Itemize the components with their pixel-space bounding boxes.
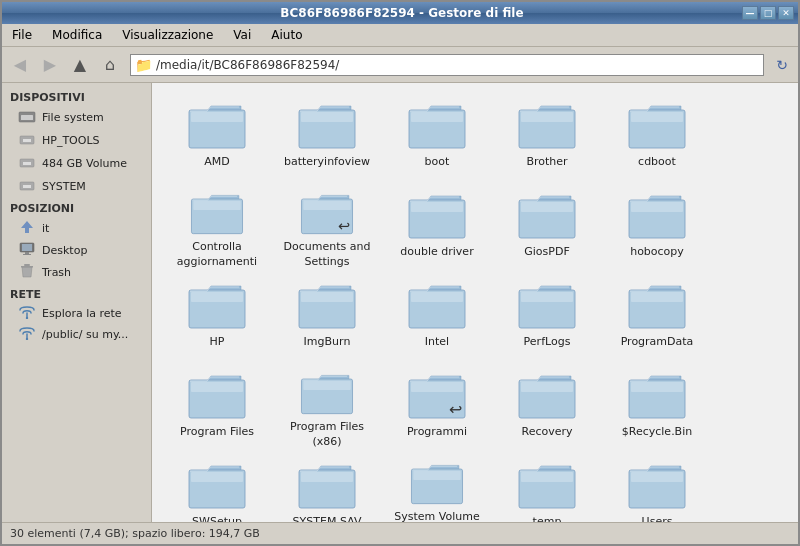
- svg-rect-29: [303, 201, 350, 210]
- file-item[interactable]: SWSetup: [162, 453, 272, 522]
- system-label: SYSTEM: [42, 180, 86, 193]
- menubar-item-modifica[interactable]: Modifica: [46, 26, 108, 44]
- file-item[interactable]: double driver: [382, 183, 492, 273]
- menubar-item-aiuto[interactable]: Aiuto: [265, 26, 308, 44]
- file-item[interactable]: ↩Programmi: [382, 363, 492, 453]
- file-item[interactable]: Brother: [492, 93, 602, 183]
- up-button[interactable]: ▲: [66, 51, 94, 79]
- hptools-label: HP_TOOLS: [42, 134, 100, 147]
- file-label: double driver: [400, 245, 473, 259]
- menubar-item-vai[interactable]: Vai: [227, 26, 257, 44]
- maximize-button[interactable]: □: [760, 6, 776, 20]
- file-item[interactable]: PerfLogs: [492, 273, 602, 363]
- back-button[interactable]: ◀: [6, 51, 34, 79]
- sidebar-item-volume[interactable]: 484 GB Volume: [2, 152, 151, 175]
- svg-rect-38: [191, 292, 243, 302]
- file-item[interactable]: Controlla aggiornamenti: [162, 183, 272, 273]
- forward-button[interactable]: ▶: [36, 51, 64, 79]
- file-label: Program Files (x86): [277, 420, 377, 449]
- devices-section-title: DISPOSITIVI: [2, 87, 151, 106]
- file-item[interactable]: $Recycle.Bin: [602, 363, 712, 453]
- file-label: System Volume Information: [387, 510, 487, 522]
- file-label: Documents and Settings: [277, 240, 377, 269]
- svg-text:↩: ↩: [449, 400, 462, 419]
- sidebar-item-filesystem[interactable]: File system: [2, 106, 151, 129]
- svg-rect-13: [21, 266, 33, 268]
- sidebar-item-network[interactable]: Esplora la rete: [2, 303, 151, 324]
- file-item[interactable]: ↩Documents and Settings: [272, 183, 382, 273]
- folder-icon: [185, 279, 249, 331]
- window-title: BC86F86986F82594 - Gestore di file: [62, 6, 742, 20]
- folder-icon: [515, 459, 579, 511]
- trash-icon: [18, 263, 36, 282]
- file-item[interactable]: boot: [382, 93, 492, 183]
- svg-rect-5: [23, 162, 31, 165]
- svg-text:↩: ↩: [338, 217, 350, 234]
- sidebar-item-hptools[interactable]: HP_TOOLS: [2, 129, 151, 152]
- file-label: hobocopy: [630, 245, 684, 259]
- sidebar-item-it[interactable]: it: [2, 217, 151, 240]
- filesystem-label: File system: [42, 111, 104, 124]
- main-content: DISPOSITIVI File system HP_TOOLS 484 GB …: [2, 83, 798, 522]
- svg-rect-17: [191, 112, 243, 122]
- folder-icon: [515, 279, 579, 331]
- menubar-item-file[interactable]: File: [6, 26, 38, 44]
- svg-rect-23: [521, 112, 573, 122]
- svg-rect-9: [22, 244, 32, 251]
- svg-rect-7: [23, 185, 31, 188]
- svg-rect-63: [413, 471, 460, 480]
- file-grid: AMDbatteryinfoviewbootBrothercdbootContr…: [152, 83, 798, 522]
- minimize-button[interactable]: —: [742, 6, 758, 20]
- file-item[interactable]: Intel: [382, 273, 492, 363]
- menubar-item-visualizzazione[interactable]: Visualizzazione: [116, 26, 219, 44]
- folder-icon: [625, 189, 689, 241]
- file-label: SYSTEM.SAV: [293, 515, 362, 522]
- file-item[interactable]: AMD: [162, 93, 272, 183]
- file-item[interactable]: GiosPDF: [492, 183, 602, 273]
- file-label: Controlla aggiornamenti: [167, 240, 267, 269]
- file-item[interactable]: ImgBurn: [272, 273, 382, 363]
- svg-rect-36: [631, 202, 683, 212]
- file-label: AMD: [204, 155, 230, 169]
- file-item[interactable]: System Volume Information: [382, 453, 492, 522]
- it-icon: [18, 219, 36, 238]
- home-button[interactable]: ⌂: [96, 51, 124, 79]
- file-item[interactable]: temp: [492, 453, 602, 522]
- svg-rect-65: [521, 472, 573, 482]
- svg-rect-10: [25, 252, 29, 254]
- file-item[interactable]: cdboot: [602, 93, 712, 183]
- folder-icon: [185, 189, 249, 236]
- file-label: $Recycle.Bin: [622, 425, 692, 439]
- file-label: HP: [210, 335, 225, 349]
- close-button[interactable]: ✕: [778, 6, 794, 20]
- file-label: batteryinfoview: [284, 155, 370, 169]
- sidebar-item-public[interactable]: /public/ su my...: [2, 324, 151, 345]
- file-item[interactable]: batteryinfoview: [272, 93, 382, 183]
- svg-point-15: [26, 338, 28, 340]
- sidebar-item-trash[interactable]: Trash: [2, 261, 151, 284]
- refresh-button[interactable]: ↻: [770, 53, 794, 77]
- file-item[interactable]: Users: [602, 453, 712, 522]
- svg-rect-25: [631, 112, 683, 122]
- svg-rect-1: [21, 115, 33, 120]
- svg-rect-61: [301, 472, 353, 482]
- file-item[interactable]: Recovery: [492, 363, 602, 453]
- sidebar-item-system[interactable]: SYSTEM: [2, 175, 151, 198]
- file-item[interactable]: Program Files: [162, 363, 272, 453]
- file-label: boot: [425, 155, 450, 169]
- file-item[interactable]: HP: [162, 273, 272, 363]
- svg-rect-46: [631, 292, 683, 302]
- address-bar[interactable]: 📁 /media/it/BC86F86986F82594/: [130, 54, 764, 76]
- file-item[interactable]: SYSTEM.SAV: [272, 453, 382, 522]
- svg-point-14: [26, 317, 28, 319]
- file-item[interactable]: hobocopy: [602, 183, 712, 273]
- sidebar-item-desktop[interactable]: Desktop: [2, 240, 151, 261]
- folder-icon: [625, 459, 689, 511]
- folder-icon: [625, 369, 689, 421]
- file-item[interactable]: Program Files (x86): [272, 363, 382, 453]
- public-icon: [18, 326, 36, 343]
- folder-icon: [515, 369, 579, 421]
- file-item[interactable]: ProgramData: [602, 273, 712, 363]
- network-label: Esplora la rete: [42, 307, 122, 320]
- svg-rect-42: [411, 292, 463, 302]
